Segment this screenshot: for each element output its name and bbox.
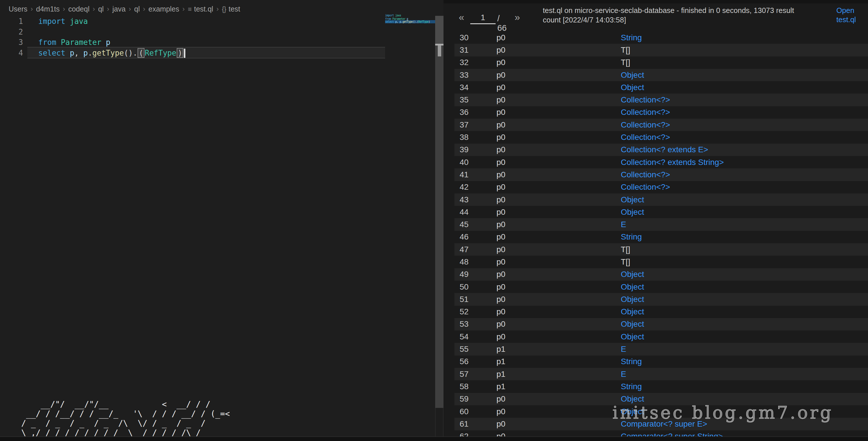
result-row: 32p0T[] <box>443 56 868 69</box>
code-lines[interactable]: import java from Parameter pselect p, p.… <box>38 16 185 58</box>
breadcrumb-item-test.ql[interactable]: ≡test.ql <box>188 5 213 13</box>
result-cell-type-link[interactable]: Collection<?> <box>621 182 670 192</box>
result-cell-type-link[interactable]: Object <box>621 195 644 204</box>
result-cell-name: p0 <box>496 108 505 117</box>
code-token: p <box>106 38 111 47</box>
result-cell-name: p0 <box>496 170 505 179</box>
ascii-logo: __/"/ __/"/__ < __/ / / __/ / /__/ / / _… <box>11 400 230 438</box>
query-status-line1: test.ql on micro-service-seclab-database… <box>543 6 842 15</box>
breadcrumb-item-test[interactable]: {}test <box>222 5 240 13</box>
result-row: 31p0T[] <box>443 44 868 56</box>
code-line: select p, p.getType().(RefType) <box>38 48 185 58</box>
query-results-pane: « / 66 » test.ql on micro-service-seclab… <box>443 0 868 441</box>
result-row-index: 56 <box>460 357 468 366</box>
result-row: 56p1String <box>443 355 868 368</box>
open-file-link[interactable]: Open test.ql <box>836 6 865 24</box>
code-token: (). <box>412 20 417 23</box>
breadcrumb-item-codeql[interactable]: codeql <box>68 5 90 13</box>
query-status-line2: count [2022/4/7 14:03:58] <box>543 15 842 25</box>
breadcrumb-label: test.ql <box>194 5 213 13</box>
breadcrumb-label: ql <box>134 5 140 13</box>
result-row: 49p0Object <box>443 268 868 281</box>
result-cell-type-link[interactable]: Collection<? extends String> <box>621 158 724 167</box>
result-cell-name: p0 <box>496 158 505 167</box>
next-page-button[interactable]: » <box>515 11 520 23</box>
code-token: import <box>38 17 65 26</box>
breadcrumb-item-ql[interactable]: ql <box>98 5 103 13</box>
result-cell-type-link[interactable]: Collection<?> <box>621 170 670 179</box>
code-token: . <box>88 49 92 57</box>
code-token: , <box>74 49 83 57</box>
result-row-index: 60 <box>460 407 468 416</box>
result-row: 47p0T[] <box>443 243 868 256</box>
result-row-index: 55 <box>460 345 468 354</box>
result-cell-type-link[interactable]: E <box>621 345 626 354</box>
result-cell-type-link[interactable]: Object <box>621 70 644 80</box>
result-cell-type-link[interactable]: String <box>621 382 642 391</box>
result-cell-type-link[interactable]: Comparator<? super String> <box>621 432 723 436</box>
result-row-index: 52 <box>460 307 468 316</box>
result-cell-type-link[interactable]: E <box>621 220 626 229</box>
page-number-input[interactable] <box>470 11 496 24</box>
result-cell-type-link[interactable]: E <box>621 370 626 379</box>
result-cell-type: T[] <box>621 58 630 67</box>
file-icon: ≡ <box>188 5 192 13</box>
result-cell-name: p0 <box>496 394 505 404</box>
result-cell-type-link[interactable]: Object <box>621 283 644 292</box>
editor-scrollbar[interactable] <box>435 16 443 408</box>
results-top-edge <box>443 0 868 3</box>
code-token: , <box>397 20 400 23</box>
code-token: java <box>70 17 88 26</box>
line-number-gutter: 1234 <box>0 16 23 58</box>
result-cell-name: p0 <box>496 195 505 204</box>
result-cell-type-link[interactable]: Object <box>621 307 644 316</box>
scrollbar-handle-stem[interactable] <box>438 46 441 56</box>
result-row-index: 45 <box>460 220 468 229</box>
result-cell-type: T[] <box>621 245 630 254</box>
result-row: 51p0Object <box>443 293 868 305</box>
result-row: 34p0Object <box>443 81 868 93</box>
result-cell-type-link[interactable]: Object <box>621 208 644 217</box>
breadcrumb-item-d4m1ts[interactable]: d4m1ts <box>36 5 60 13</box>
result-cell-type-link[interactable]: Collection<?> <box>621 95 670 105</box>
result-cell-type-link[interactable]: Object <box>621 270 644 279</box>
result-cell-type-link[interactable]: Object <box>621 320 644 329</box>
result-cell-name: p0 <box>496 145 505 154</box>
result-row-index: 31 <box>460 46 468 55</box>
result-cell-type-link[interactable]: String <box>621 357 642 366</box>
code-token: p <box>84 49 88 57</box>
result-cell-name: p0 <box>496 208 505 217</box>
result-cell-type-link[interactable]: Collection<?> <box>621 133 670 142</box>
result-cell-type-link[interactable]: Collection<?> <box>621 120 670 129</box>
result-row: 46p0String <box>443 231 868 243</box>
code-token <box>56 38 61 47</box>
result-row-index: 43 <box>460 195 468 204</box>
breadcrumb-item-ql[interactable]: ql <box>134 5 140 13</box>
line-number: 4 <box>0 48 23 58</box>
breadcrumb-separator: › <box>143 5 145 13</box>
code-token <box>101 38 106 47</box>
result-row: 35p0Collection<?> <box>443 93 868 106</box>
breadcrumb-item-examples[interactable]: examples <box>149 5 179 13</box>
previous-page-button[interactable]: « <box>459 11 464 23</box>
query-status-text: test.ql on micro-service-seclab-database… <box>543 6 842 25</box>
result-row-index: 57 <box>460 370 468 379</box>
breadcrumb-label: d4m1ts <box>36 5 60 13</box>
result-cell-name: p0 <box>496 46 505 55</box>
result-cell-type-link[interactable]: String <box>621 232 642 241</box>
scrollbar-slider[interactable] <box>435 16 443 45</box>
minimap[interactable]: import javafrom Parameter pselect p, p.g… <box>385 13 435 26</box>
result-cell-type-link[interactable]: Object <box>621 332 644 342</box>
result-cell-type-link[interactable]: Object <box>621 83 644 92</box>
breadcrumb-item-java[interactable]: java <box>112 5 125 13</box>
result-row: 45p0E <box>443 218 868 231</box>
result-cell-type-link[interactable]: Collection<?> <box>621 108 670 117</box>
result-row: 54p0Object <box>443 330 868 343</box>
result-row-index: 30 <box>460 33 468 42</box>
breadcrumb-item-Users[interactable]: Users <box>9 5 27 13</box>
result-cell-type-link[interactable]: Collection<? extends E> <box>621 145 708 154</box>
result-cell-type-link[interactable]: Object <box>621 295 644 304</box>
pane-divider[interactable] <box>435 408 443 436</box>
result-cell-type-link[interactable]: String <box>621 33 642 42</box>
result-row: 48p0T[] <box>443 256 868 268</box>
